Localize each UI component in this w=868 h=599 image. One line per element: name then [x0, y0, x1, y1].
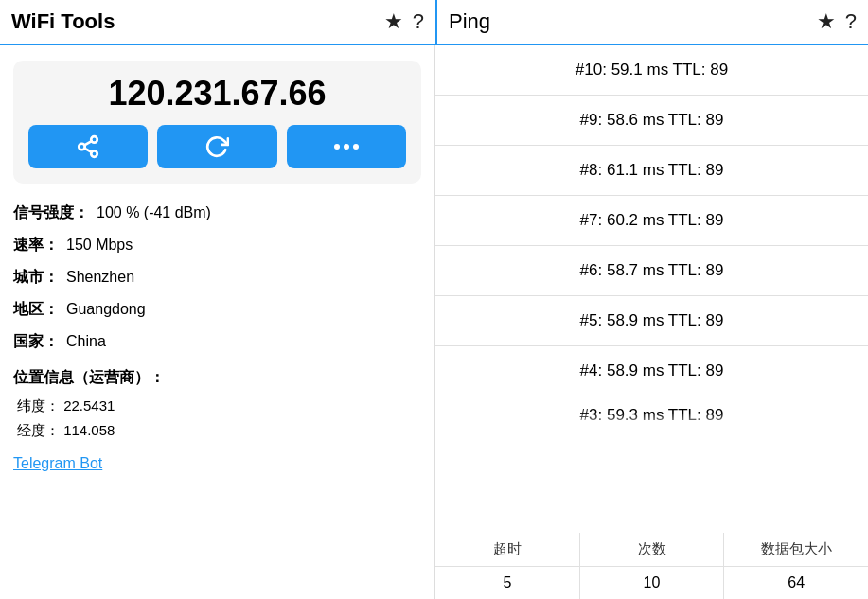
signal-value: 100 % (-41 dBm)	[97, 202, 211, 224]
svg-point-5	[334, 144, 340, 150]
lon-row: 经度： 114.058	[17, 418, 421, 443]
info-table: 信号强度： 100 % (-41 dBm) 速率： 150 Mbps 城市： S…	[13, 197, 421, 358]
svg-line-4	[84, 141, 91, 145]
right-panel: #10: 59.1 ms TTL: 89 #9: 58.6 ms TTL: 89…	[435, 45, 868, 599]
ping-row-9: #9: 58.6 ms TTL: 89	[435, 96, 868, 146]
header-left: WiFi Tools ★ ?	[0, 9, 435, 34]
telegram-link[interactable]: Telegram Bot	[13, 455, 421, 472]
ping-footer: 超时 次数 数据包大小 5 10 64	[435, 533, 868, 599]
region-label: 地区：	[13, 298, 59, 321]
speed-row: 速率： 150 Mbps	[13, 229, 421, 261]
location-block: 位置信息（运营商）： 纬度： 22.5431 经度： 114.058	[13, 361, 421, 442]
star-icon-left[interactable]: ★	[384, 9, 403, 34]
speed-label: 速率：	[13, 234, 59, 256]
main-content: 120.231.67.66	[0, 45, 868, 599]
ping-row-7: #7: 60.2 ms TTL: 89	[435, 196, 868, 246]
ping-title: Ping	[449, 9, 807, 34]
lat-row: 纬度： 22.5431	[17, 394, 421, 418]
country-row: 国家： China	[13, 326, 421, 358]
val-packet-size: 64	[724, 567, 868, 599]
left-panel: 120.231.67.66	[0, 45, 435, 599]
region-value: Guangdong	[66, 298, 146, 321]
ip-card: 120.231.67.66	[13, 61, 421, 184]
location-title-row: 位置信息（运营商）：	[13, 361, 421, 394]
lat-value: 22.5431	[63, 397, 115, 414]
help-icon-right[interactable]: ?	[845, 9, 857, 34]
ping-footer-header: 超时 次数 数据包大小	[435, 533, 868, 567]
svg-line-3	[84, 149, 91, 152]
ping-list: #10: 59.1 ms TTL: 89 #9: 58.6 ms TTL: 89…	[435, 45, 868, 533]
ping-row-partial: #3: 59.3 ms TTL: 89	[435, 396, 868, 432]
ping-row-5: #5: 58.9 ms TTL: 89	[435, 296, 868, 346]
lat-label: 纬度：	[17, 397, 60, 414]
ping-row-4: #4: 58.9 ms TTL: 89	[435, 346, 868, 396]
signal-label: 信号强度：	[13, 202, 89, 224]
header-right: Ping ★ ?	[437, 9, 868, 34]
col-count: 次数	[580, 533, 725, 566]
app-title: WiFi Tools	[11, 9, 375, 34]
ping-footer-values: 5 10 64	[435, 567, 868, 599]
country-label: 国家：	[13, 330, 59, 353]
val-count: 10	[580, 567, 725, 599]
ip-address: 120.231.67.66	[28, 74, 406, 114]
col-timeout: 超时	[435, 533, 580, 566]
lon-value: 114.058	[63, 422, 115, 438]
star-icon-right[interactable]: ★	[817, 9, 836, 34]
ping-row-10: #10: 59.1 ms TTL: 89	[435, 45, 868, 96]
share-button[interactable]	[28, 125, 148, 168]
city-label: 城市：	[13, 266, 59, 289]
ping-row-6: #6: 58.7 ms TTL: 89	[435, 246, 868, 296]
signal-row: 信号强度： 100 % (-41 dBm)	[13, 197, 421, 229]
refresh-button[interactable]	[157, 125, 276, 168]
ping-row-8: #8: 61.1 ms TTL: 89	[435, 146, 868, 196]
svg-point-7	[353, 144, 359, 150]
country-value: China	[66, 330, 106, 353]
app-header: WiFi Tools ★ ? Ping ★ ?	[0, 0, 868, 45]
val-timeout: 5	[435, 567, 580, 599]
lon-label: 经度：	[17, 422, 60, 438]
speed-value: 150 Mbps	[66, 234, 133, 256]
ip-buttons	[28, 125, 406, 168]
more-button[interactable]	[287, 125, 406, 168]
city-row: 城市： Shenzhen	[13, 261, 421, 293]
help-icon-left[interactable]: ?	[413, 9, 424, 34]
svg-point-6	[344, 144, 349, 150]
col-packet-size: 数据包大小	[724, 533, 868, 566]
location-title: 位置信息（运营商）：	[13, 366, 165, 389]
region-row: 地区： Guangdong	[13, 293, 421, 326]
city-value: Shenzhen	[66, 266, 134, 289]
